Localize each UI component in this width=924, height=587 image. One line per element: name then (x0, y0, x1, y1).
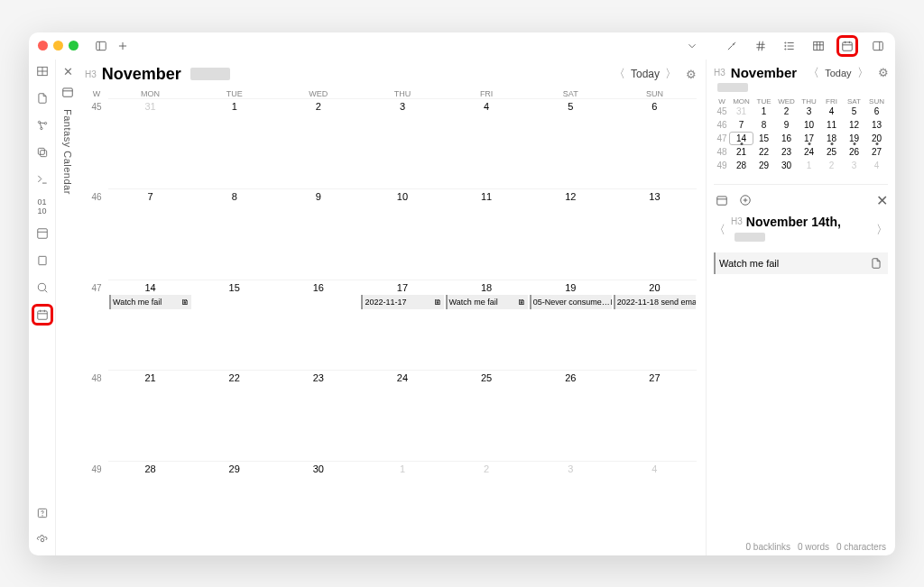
table-icon[interactable] (810, 38, 827, 54)
mini-day[interactable]: 3 (798, 105, 820, 117)
calendar-event[interactable]: Watch me fail🗎 (446, 295, 528, 309)
day-note[interactable]: Watch me fail (714, 252, 888, 274)
calendar-day[interactable]: 8 (192, 188, 276, 280)
close-window[interactable] (38, 41, 48, 50)
mini-day[interactable]: 15 (753, 133, 775, 144)
side-settings-icon[interactable]: ⚙ (878, 66, 889, 79)
mini-day[interactable]: 6 (865, 105, 888, 117)
mini-day[interactable]: 3 (843, 160, 865, 171)
right-panel-icon[interactable] (870, 38, 886, 54)
mini-day[interactable]: 5 (843, 105, 865, 117)
calendar-day[interactable]: 2 (445, 461, 529, 552)
status-words[interactable]: 0 words (798, 542, 829, 552)
mini-day[interactable]: 8 (753, 119, 775, 131)
calendar-day[interactable]: 172022-11-17🗎 (360, 280, 444, 371)
table-view-icon[interactable] (34, 63, 51, 79)
calendar-day[interactable]: 5 (529, 98, 613, 189)
calendar-day[interactable]: 4 (613, 461, 697, 552)
calendar-day[interactable]: 28 (108, 461, 192, 552)
calendar-event[interactable]: 2022-11-18 send email🗎 (614, 295, 696, 309)
mini-day[interactable]: 28 (730, 160, 753, 171)
calendar-event[interactable]: 05-Never consume…🗎 (530, 295, 612, 309)
chevron-down-icon[interactable] (684, 38, 700, 54)
tab-label[interactable]: Fantasy Calendar (62, 109, 73, 195)
mini-day[interactable]: 25 (820, 146, 843, 158)
day-prev[interactable]: 〈 (714, 222, 725, 238)
help-icon[interactable] (34, 505, 51, 521)
new-tab-icon[interactable] (115, 38, 131, 54)
list-icon[interactable] (781, 38, 798, 54)
calendar-day[interactable]: 23 (276, 370, 360, 461)
calendar-day[interactable]: 3 (360, 98, 444, 189)
side-today-button[interactable]: Today (825, 68, 851, 78)
mini-day[interactable]: 14 (730, 133, 753, 144)
calendar-day[interactable]: 25 (445, 370, 529, 461)
day-next[interactable]: 〉 (876, 222, 888, 238)
prev-month[interactable]: 〈 (614, 66, 625, 82)
calendar-day[interactable]: 2 (276, 98, 360, 189)
calendar-rail-icon[interactable] (34, 307, 51, 323)
mini-day[interactable]: 19 (843, 133, 865, 144)
file-icon[interactable] (34, 90, 51, 106)
mini-day[interactable]: 17 (798, 133, 820, 144)
graph-icon[interactable] (34, 117, 51, 133)
side-next[interactable]: 〉 (857, 65, 869, 81)
calendar-day[interactable]: 7 (108, 188, 192, 280)
mini-day[interactable]: 7 (730, 119, 753, 131)
calendar-day[interactable]: 1905-Never consume…🗎 (529, 280, 613, 371)
calendar-day[interactable]: 31 (108, 98, 192, 189)
hash-icon[interactable] (753, 38, 769, 54)
binary-icon[interactable]: 0110 (34, 198, 51, 215)
copy-icon[interactable] (34, 144, 51, 161)
calendar-day[interactable]: 18Watch me fail🗎 (445, 280, 529, 371)
calendar-day[interactable]: 24 (360, 370, 444, 461)
mini-day[interactable]: 30 (775, 160, 798, 171)
mini-day[interactable]: 12 (843, 119, 865, 131)
mini-day[interactable]: 18 (820, 133, 843, 144)
calendar-day[interactable]: 11 (445, 188, 529, 280)
day-calendar-icon[interactable] (714, 192, 730, 208)
calendar-day[interactable]: 13 (613, 188, 697, 280)
mini-day[interactable]: 24 (798, 146, 820, 158)
today-button[interactable]: Today (631, 68, 660, 80)
settings-icon[interactable] (34, 532, 51, 548)
mini-day[interactable]: 1 (753, 105, 775, 117)
next-month[interactable]: 〉 (665, 66, 677, 82)
wand-icon[interactable] (724, 38, 740, 54)
calendar-day[interactable]: 26 (529, 370, 613, 461)
mini-day[interactable]: 9 (775, 119, 798, 131)
calendar-day[interactable]: 202022-11-18 send email🗎 (613, 280, 697, 371)
calendar-day[interactable]: 9 (276, 188, 360, 280)
calendar-day[interactable]: 12 (529, 188, 613, 280)
status-chars[interactable]: 0 characters (836, 542, 886, 552)
layout-icon[interactable] (34, 225, 51, 242)
search-icon[interactable] (34, 280, 51, 296)
mini-day[interactable]: 4 (820, 105, 843, 117)
side-prev[interactable]: 〈 (808, 65, 819, 81)
close-tab-icon[interactable]: ✕ (63, 65, 73, 78)
mini-day[interactable]: 1 (798, 160, 820, 171)
mini-day[interactable]: 16 (775, 133, 798, 144)
mini-day[interactable]: 29 (753, 160, 775, 171)
calendar-day[interactable]: 30 (276, 461, 360, 552)
mini-day[interactable]: 22 (753, 146, 775, 158)
mini-day[interactable]: 10 (798, 119, 820, 131)
mini-day[interactable]: 20 (865, 133, 888, 144)
panel-toggle-icon[interactable] (93, 38, 109, 54)
mini-day[interactable]: 4 (865, 160, 888, 171)
calendar-event[interactable]: Watch me fail🗎 (109, 295, 191, 309)
minimize-window[interactable] (53, 41, 63, 50)
mini-day[interactable]: 31 (730, 105, 753, 117)
mini-day[interactable]: 27 (865, 146, 888, 158)
calendar-day[interactable]: 6 (613, 98, 697, 189)
calendar-day[interactable]: 22 (192, 370, 276, 461)
mini-day[interactable]: 11 (820, 119, 843, 131)
mini-day[interactable]: 26 (843, 146, 865, 158)
status-backlinks[interactable]: 0 backlinks (745, 542, 790, 552)
calendar-settings-icon[interactable]: ⚙ (686, 68, 697, 81)
mini-day[interactable]: 21 (730, 146, 753, 158)
mini-day[interactable]: 2 (775, 105, 798, 117)
terminal-icon[interactable] (34, 171, 51, 188)
calendar-icon[interactable] (839, 38, 855, 54)
calendar-day[interactable]: 1 (360, 461, 444, 552)
